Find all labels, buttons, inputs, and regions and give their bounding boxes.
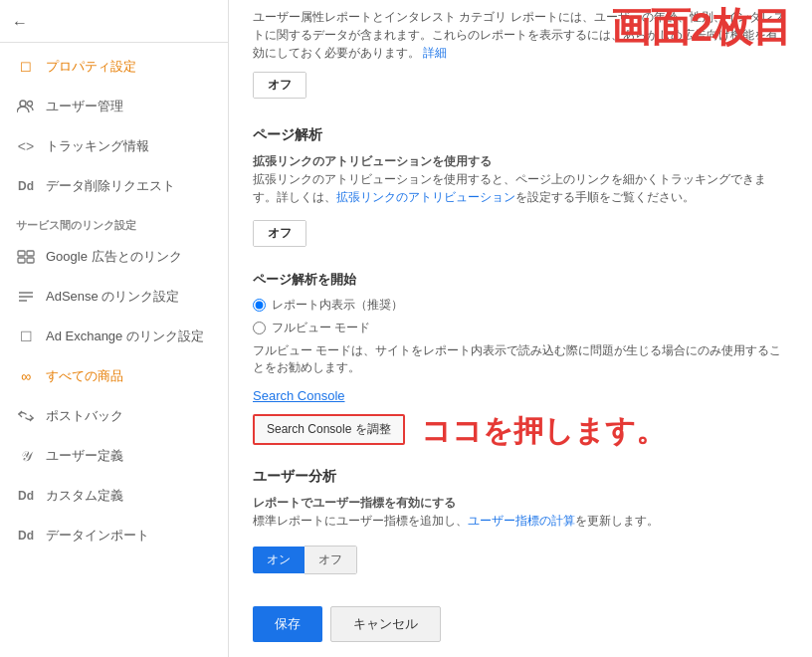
sidebar-item-tracking-label: トラッキング情報 bbox=[46, 137, 149, 155]
radio-fullview[interactable]: フルビュー モード bbox=[253, 320, 788, 336]
sidebar-item-google-ads[interactable]: Google 広告とのリンク bbox=[0, 237, 228, 277]
adexchange-icon: ☐ bbox=[16, 327, 36, 346]
cancel-button[interactable]: キャンセル bbox=[330, 606, 441, 642]
toggle-off-2-option[interactable]: オフ bbox=[254, 221, 305, 246]
sidebar-item-adexchange[interactable]: ☐ Ad Exchange のリンク設定 bbox=[0, 317, 228, 356]
back-arrow-icon: ← bbox=[12, 14, 28, 32]
svg-point-0 bbox=[20, 101, 26, 107]
user-analysis-report-label: レポートでユーザー指標を有効にする 標準レポートにユーザー指標を追加し、ユーザー… bbox=[253, 494, 788, 530]
sidebar-item-data-import[interactable]: Dd データインポート bbox=[0, 516, 228, 555]
radio-fullview-input[interactable] bbox=[253, 322, 266, 334]
bottom-bar: 保存 キャンセル bbox=[253, 606, 788, 642]
google-ads-icon bbox=[16, 247, 36, 267]
page-analytics-start-label: ページ解析を開始 bbox=[253, 271, 788, 289]
sidebar-item-property-settings-label: プロパティ設定 bbox=[46, 58, 136, 76]
sidebar-item-adexchange-label: Ad Exchange のリンク設定 bbox=[46, 328, 204, 345]
sidebar-item-user-management-label: ユーザー管理 bbox=[46, 98, 123, 115]
sidebar-item-tracking[interactable]: <> トラッキング情報 bbox=[0, 126, 228, 166]
toggle-off-1-option[interactable]: オフ bbox=[254, 73, 305, 98]
screen-label: 画面2枚目 bbox=[611, 0, 792, 55]
toggle-on-option[interactable]: オン bbox=[253, 547, 304, 573]
search-console-adjust-button[interactable]: Search Console を調整 bbox=[253, 414, 405, 445]
sidebar-item-custom-definition-label: カスタム定義 bbox=[46, 487, 123, 505]
user-management-icon bbox=[16, 97, 36, 116]
sidebar: ← ☐ プロパティ設定 ユーザー管理 <> トラッキング情報 Dd データ削除リ… bbox=[0, 0, 229, 657]
sidebar-item-data-import-label: データインポート bbox=[46, 527, 149, 545]
svg-rect-3 bbox=[18, 258, 25, 263]
svg-point-1 bbox=[28, 102, 33, 107]
user-analysis-title: ユーザー分析 bbox=[253, 468, 788, 486]
sidebar-item-data-delete[interactable]: Dd データ削除リクエスト bbox=[0, 166, 228, 206]
user-analysis-desc2: を更新します。 bbox=[575, 514, 659, 528]
data-delete-icon: Dd bbox=[16, 176, 36, 196]
tracking-icon: <> bbox=[16, 136, 36, 156]
radio-recommended-input[interactable] bbox=[253, 299, 266, 312]
service-link-section-label: サービス間のリンク設定 bbox=[0, 206, 228, 237]
svg-rect-2 bbox=[18, 251, 25, 256]
page-analytics-desc: 拡張リンクのアトリビューションを使用する 拡張リンクのアトリビューションを使用す… bbox=[253, 152, 788, 206]
page-analytics-desc-text2: を設定する手順をご覧ください。 bbox=[515, 190, 695, 204]
detail-link[interactable]: 詳細 bbox=[423, 46, 447, 60]
sidebar-item-adsense-label: AdSense のリンク設定 bbox=[46, 288, 179, 306]
radio-group: レポート内表示（推奨） フルビュー モード bbox=[253, 297, 788, 336]
save-button[interactable]: 保存 bbox=[253, 606, 322, 642]
page-analytics-detail-link[interactable]: 拡張リンクのアトリビューション bbox=[336, 190, 515, 204]
radio-recommended-label: レポート内表示（推奨） bbox=[272, 297, 403, 314]
user-analysis-link[interactable]: ユーザー指標の計算 bbox=[468, 514, 575, 528]
sidebar-item-custom-definition[interactable]: Dd カスタム定義 bbox=[0, 476, 228, 516]
adsense-icon bbox=[16, 287, 36, 307]
toggle-on-group[interactable]: オン オフ bbox=[253, 546, 357, 574]
sidebar-item-postback-label: ポストバック bbox=[46, 407, 123, 425]
all-products-icon: ∞ bbox=[16, 366, 36, 386]
svg-rect-5 bbox=[27, 258, 34, 263]
user-analysis-section: ユーザー分析 レポートでユーザー指標を有効にする 標準レポートにユーザー指標を追… bbox=[253, 468, 788, 590]
radio-recommended[interactable]: レポート内表示（推奨） bbox=[253, 297, 788, 314]
sidebar-item-user-management[interactable]: ユーザー管理 bbox=[0, 87, 228, 126]
sidebar-item-adsense[interactable]: AdSense のリンク設定 bbox=[0, 277, 228, 317]
search-console-section-label: Search Console bbox=[253, 388, 788, 403]
page-analytics-bold-label: 拡張リンクのアトリビューションを使用する bbox=[253, 154, 492, 168]
fullview-note: フルビュー モードは、サイトをレポート内表示で読み込む際に問題が生じる場合にのみ… bbox=[253, 342, 788, 376]
toggle-off-3-option[interactable]: オフ bbox=[304, 546, 357, 574]
svg-rect-4 bbox=[27, 251, 34, 256]
back-button[interactable]: ← bbox=[0, 4, 228, 43]
toggle-off-2[interactable]: オフ bbox=[253, 220, 306, 247]
postback-icon bbox=[16, 406, 36, 426]
user-definition-icon: 𝒴 bbox=[16, 446, 36, 466]
toggle-off-1[interactable]: オフ bbox=[253, 72, 306, 99]
sidebar-item-data-delete-label: データ削除リクエスト bbox=[46, 177, 175, 195]
sidebar-item-all-products[interactable]: ∞ すべての商品 bbox=[0, 356, 228, 396]
custom-definition-icon: Dd bbox=[16, 486, 36, 506]
page-analytics-title: ページ解析 bbox=[253, 126, 788, 144]
sidebar-item-user-definition-label: ユーザー定義 bbox=[46, 447, 123, 465]
sidebar-item-postback[interactable]: ポストバック bbox=[0, 396, 228, 436]
user-analysis-bold: レポートでユーザー指標を有効にする bbox=[253, 496, 456, 510]
sidebar-item-user-definition[interactable]: 𝒴 ユーザー定義 bbox=[0, 436, 228, 476]
user-analysis-desc: 標準レポートにユーザー指標を追加し、 bbox=[253, 514, 468, 528]
radio-fullview-label: フルビュー モード bbox=[272, 320, 370, 336]
sidebar-item-google-ads-label: Google 広告とのリンク bbox=[46, 248, 182, 266]
data-import-icon: Dd bbox=[16, 526, 36, 546]
property-settings-icon: ☐ bbox=[16, 57, 36, 77]
annotation-text: ココを押します。 bbox=[421, 411, 666, 452]
sidebar-item-all-products-label: すべての商品 bbox=[46, 367, 123, 385]
sidebar-item-property-settings[interactable]: ☐ プロパティ設定 bbox=[0, 47, 228, 87]
main-content: 画面2枚目 ユーザー属性レポートとインタレスト カテゴリ レポートには、ユーザー… bbox=[229, 0, 812, 657]
